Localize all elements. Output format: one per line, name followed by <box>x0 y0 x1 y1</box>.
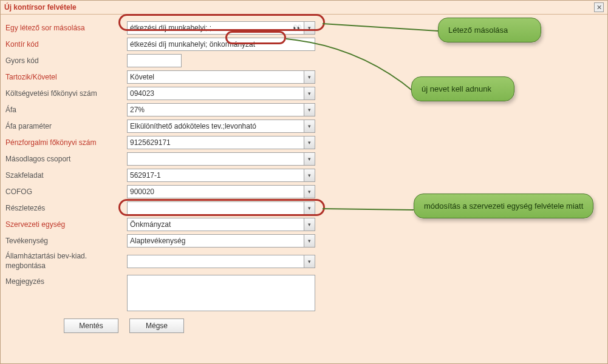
tevekenyseg-select[interactable] <box>127 234 315 248</box>
callout-2: új nevet kell adnunk <box>411 76 514 101</box>
afa-select[interactable] <box>127 103 315 116</box>
label-megjegyzes: Megjegyzés <box>5 275 127 286</box>
label-afa: Áfa <box>5 106 127 114</box>
allamhaztart-select[interactable] <box>127 255 315 268</box>
label-penzforgalmi: Pénzforgalmi főkönyvi szám <box>5 138 127 147</box>
cancel-button[interactable]: Mégse <box>129 318 184 333</box>
dialog-title: Új kontírsor felvétele <box>4 3 77 12</box>
afa-param-select[interactable] <box>127 120 315 133</box>
copy-existing-select[interactable] <box>127 21 315 35</box>
label-gyors-kod: Gyors kód <box>5 56 127 65</box>
label-szakfeladat: Szakfeladat <box>5 171 127 180</box>
callout-1: Létező másolása <box>438 18 541 42</box>
kontir-kod-input[interactable] <box>127 38 315 51</box>
szervezeti-select[interactable] <box>127 218 315 231</box>
szakfeladat-select[interactable] <box>127 169 315 182</box>
callout-1-text: Létező másolása <box>448 25 508 35</box>
label-afa-param: Áfa paraméter <box>5 122 127 130</box>
label-cofog: COFOG <box>5 187 127 196</box>
label-szervezeti: Szervezeti egység <box>5 220 127 229</box>
label-copy-existing: Egy létező sor másolása <box>5 24 127 32</box>
penzforgalmi-select[interactable] <box>127 136 315 149</box>
chevron-down-icon[interactable]: ▾ <box>304 169 315 181</box>
label-reszletezes: Részletezés <box>5 204 127 212</box>
label-allamhaztart: Államháztartási bev-kiad. megbontása <box>5 252 127 271</box>
gyors-kod-input[interactable] <box>127 54 182 67</box>
chevron-down-icon[interactable]: ▾ <box>304 71 315 83</box>
masodlagos-select[interactable] <box>127 152 315 166</box>
chevron-down-icon[interactable]: ▾ <box>304 22 315 34</box>
callout-3-text: módosítás a szervezeti egység felvétele … <box>424 201 583 211</box>
label-koltsegvetesi: Költségvetési főkönyvi szám <box>5 89 127 98</box>
chevron-down-icon[interactable]: ▾ <box>304 202 315 214</box>
form-body: Egy létező sor másolása 👀 ▾ Kontír kód G… <box>1 15 607 339</box>
cofog-select[interactable] <box>127 185 315 198</box>
reszletezes-select[interactable] <box>127 201 315 215</box>
binoculars-icon[interactable]: 👀 <box>292 23 302 33</box>
callout-2-text: új nevet kell adnunk <box>422 84 491 93</box>
chevron-down-icon[interactable]: ▾ <box>304 255 315 268</box>
chevron-down-icon[interactable]: ▾ <box>304 153 315 165</box>
close-icon[interactable]: ✕ <box>594 2 604 12</box>
label-tevekenyseg: Tevékenység <box>5 237 127 245</box>
koltsegvetesi-select[interactable] <box>127 87 315 100</box>
chevron-down-icon[interactable]: ▾ <box>304 87 315 99</box>
tk-select[interactable] <box>127 70 315 84</box>
chevron-down-icon[interactable]: ▾ <box>304 186 315 198</box>
title-bar: Új kontírsor felvétele ✕ <box>1 1 607 15</box>
chevron-down-icon[interactable]: ▾ <box>304 104 315 116</box>
megjegyzes-textarea[interactable] <box>127 275 315 311</box>
label-kontir-kod: Kontír kód <box>5 40 127 49</box>
callout-3: módosítás a szervezeti egység felvétele … <box>414 194 593 218</box>
label-masodlagos: Másodlagos csoport <box>5 155 127 163</box>
dialog-window: Új kontírsor felvétele ✕ Egy létező sor … <box>0 0 608 364</box>
save-button[interactable]: Mentés <box>64 318 118 333</box>
chevron-down-icon[interactable]: ▾ <box>304 136 315 149</box>
chevron-down-icon[interactable]: ▾ <box>304 218 315 231</box>
label-tk: Tartozik/Követel <box>5 73 127 81</box>
chevron-down-icon[interactable]: ▾ <box>304 235 315 247</box>
chevron-down-icon[interactable]: ▾ <box>304 120 315 132</box>
